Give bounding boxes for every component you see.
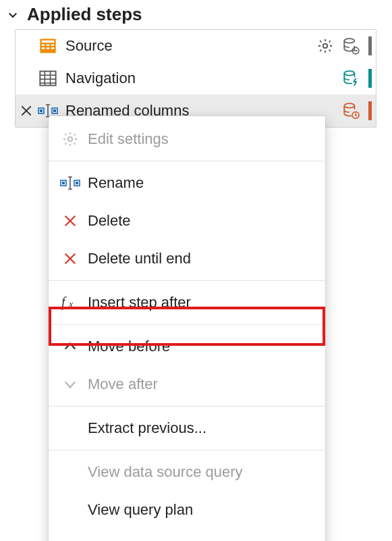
close-icon — [57, 210, 84, 232]
step-row-navigation[interactable]: Navigation — [16, 62, 376, 95]
accent-bar — [368, 101, 372, 120]
step-label: Source — [65, 37, 316, 55]
svg-point-28 — [68, 137, 72, 141]
menu-rename[interactable]: Rename — [49, 164, 325, 202]
svg-point-8 — [323, 44, 327, 48]
svg-point-9 — [344, 38, 354, 43]
chevron-down-icon — [5, 7, 20, 22]
svg-rect-7 — [51, 47, 55, 49]
step-label: Navigation — [65, 70, 341, 87]
menu-insert-step-after[interactable]: f x Insert step after — [49, 284, 325, 321]
menu-view-query-plan[interactable]: View query plan — [49, 491, 325, 529]
menu-move-before[interactable]: Move before — [49, 328, 325, 365]
menu-move-after: Move after — [49, 365, 325, 403]
svg-rect-30 — [62, 182, 65, 184]
step-context-menu: Edit settings Rename Delete Delete until… — [49, 116, 325, 541]
svg-rect-6 — [47, 47, 50, 49]
rename-icon — [57, 172, 84, 194]
menu-delete-until-end[interactable]: Delete until end — [49, 240, 325, 278]
svg-rect-24 — [53, 109, 56, 112]
menu-separator — [49, 450, 325, 450]
menu-label: Extract previous... — [88, 419, 206, 437]
source-step-icon — [37, 35, 59, 57]
chevron-down-icon — [57, 373, 84, 395]
menu-label: Insert step after — [88, 294, 191, 311]
menu-label: View data source query — [88, 463, 243, 481]
menu-label: Delete — [88, 212, 131, 230]
svg-rect-22 — [40, 109, 43, 112]
chevron-up-icon — [57, 336, 84, 357]
menu-label: Edit settings — [88, 130, 169, 148]
menu-edit-settings: Edit settings — [49, 120, 325, 158]
menu-separator — [49, 406, 325, 407]
menu-delete[interactable]: Delete — [49, 202, 325, 240]
accent-bar — [368, 69, 372, 88]
table-icon — [37, 68, 59, 89]
menu-label: Delete until end — [88, 250, 191, 267]
fx-icon: f x — [57, 292, 84, 313]
database-bolt-icon — [341, 69, 360, 88]
svg-point-18 — [344, 71, 354, 76]
menu-extract-previous[interactable]: Extract previous... — [49, 409, 325, 447]
blank-icon — [57, 417, 84, 439]
svg-rect-1 — [42, 41, 55, 43]
menu-label: Move after — [88, 376, 158, 393]
svg-rect-2 — [42, 45, 45, 46]
applied-steps-title: Applied steps — [27, 4, 142, 25]
svg-rect-5 — [42, 47, 45, 49]
database-minus-icon — [341, 36, 360, 55]
database-clock-icon — [341, 101, 360, 120]
svg-text:f: f — [61, 294, 67, 310]
svg-text:x: x — [68, 299, 74, 309]
menu-label: Rename — [88, 174, 144, 192]
blank-icon — [57, 499, 84, 521]
menu-separator — [49, 324, 325, 325]
svg-point-26 — [344, 103, 354, 108]
delete-step-icon[interactable] — [17, 101, 36, 120]
properties-icon — [57, 537, 84, 541]
menu-separator — [49, 161, 325, 161]
svg-rect-4 — [51, 45, 55, 46]
close-icon — [57, 248, 84, 269]
svg-rect-3 — [47, 45, 50, 46]
gear-icon[interactable] — [316, 36, 335, 55]
accent-bar — [368, 36, 372, 55]
menu-label: Move before — [88, 338, 170, 355]
menu-view-data-source-query: View data source query — [49, 453, 325, 491]
step-row-source[interactable]: Source — [16, 30, 376, 62]
menu-separator — [49, 280, 325, 281]
gear-icon — [57, 128, 84, 150]
svg-rect-32 — [76, 182, 78, 184]
applied-steps-list: Source — [15, 29, 376, 128]
blank-icon — [57, 461, 84, 483]
menu-properties[interactable]: Properties... — [49, 529, 325, 541]
menu-label: View query plan — [88, 501, 193, 519]
applied-steps-header[interactable]: Applied steps — [0, 0, 392, 29]
